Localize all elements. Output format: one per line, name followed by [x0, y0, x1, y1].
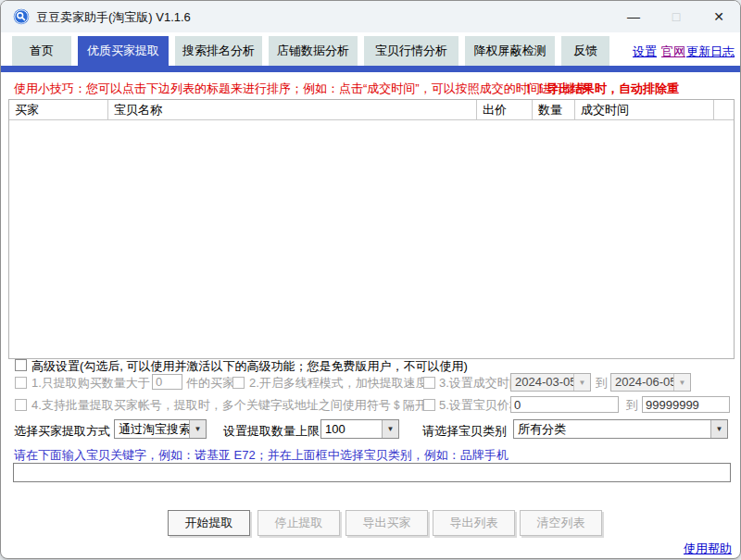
results-table-body	[9, 120, 734, 358]
tab-search-rank-analysis[interactable]: 搜索排名分析	[175, 36, 262, 66]
link-settings[interactable]: 设置	[633, 44, 657, 60]
tab-demotion-block-check[interactable]: 降权屏蔽检测	[465, 36, 555, 66]
extract-limit-label: 设置提取数量上限	[223, 423, 320, 440]
export-list-button[interactable]: 导出列表	[433, 510, 515, 536]
chevron-down-icon: ▼	[673, 374, 690, 391]
extract-limit-value: 100	[321, 420, 382, 438]
category-label: 请选择宝贝类别	[422, 423, 507, 440]
price-range-checkbox[interactable]	[423, 399, 435, 411]
price-to-connector-label: 到	[626, 397, 638, 414]
results-table-header: 买家 宝贝名称 出价 数量 成交时间	[9, 100, 734, 120]
app-window: 豆豆卖家助手(淘宝版) V1.1.6 — □ ✕ 首页 优质买家提取 搜索排名分…	[0, 0, 741, 559]
price-min-input[interactable]	[510, 396, 619, 413]
tab-shop-data-analysis[interactable]: 店铺数据分析	[269, 36, 358, 66]
column-header-item-name[interactable]: 宝贝名称	[108, 100, 477, 119]
multithread-label: 2.开启多线程模式，加快提取速度	[249, 375, 428, 392]
column-header-deal-time[interactable]: 成交时间	[575, 100, 714, 119]
help-link[interactable]: 使用帮助	[684, 541, 732, 557]
tab-home[interactable]: 首页	[12, 36, 71, 66]
extract-method-label: 选择买家提取方式	[14, 423, 110, 440]
date-to-connector-label: 到	[596, 375, 608, 392]
category-dropdown[interactable]: 所有分类 ▼	[513, 419, 728, 439]
date-to-dropdown[interactable]: 2024-06-05 ▼	[610, 373, 691, 392]
multithread-checkbox[interactable]	[232, 377, 245, 389]
start-extract-button[interactable]: 开始提取	[168, 510, 250, 536]
clear-list-button[interactable]: 清空列表	[520, 510, 602, 536]
chevron-down-icon: ▼	[382, 420, 398, 438]
window-title: 豆豆卖家助手(淘宝版) V1.1.6	[36, 9, 191, 26]
maximize-button[interactable]: □	[655, 1, 697, 32]
column-header-spacer	[714, 100, 734, 119]
stop-extract-button[interactable]: 停止提取	[257, 510, 340, 536]
link-changelog[interactable]: 更新日志	[686, 44, 735, 60]
chevron-down-icon: ▼	[189, 420, 206, 438]
column-header-bid-price[interactable]: 出价	[477, 100, 533, 119]
advanced-settings-label: 高级设置(勾选后, 可以使用并激活以下的高级功能；您是免费版用户，不可以使用)	[31, 358, 468, 375]
tab-quality-buyer-extract[interactable]: 优质买家提取	[78, 36, 169, 66]
usage-tip-text: 使用小技巧：您可以点击下边列表的标题来进行排序；例如：点击“成交时间”，可以按照…	[14, 81, 588, 97]
date-to-value: 2024-06-05	[611, 374, 673, 391]
deal-time-range-checkbox[interactable]	[423, 377, 435, 389]
minimize-button[interactable]: —	[612, 1, 655, 32]
price-max-input[interactable]	[642, 396, 730, 413]
min-quantity-input[interactable]	[152, 374, 182, 390]
link-official-site[interactable]: 官网	[661, 44, 685, 60]
title-bar: 豆豆卖家助手(淘宝版) V1.1.6 — □ ✕	[1, 1, 740, 32]
batch-extract-checkbox[interactable]	[15, 399, 27, 411]
min-quantity-label-suffix: 件的买家	[186, 375, 234, 392]
close-button[interactable]: ✕	[697, 1, 740, 32]
export-dedup-warning-text: ！！导出结果时，自动排除重	[522, 81, 679, 97]
extract-method-dropdown[interactable]: 通过淘宝搜索 ▼	[114, 419, 207, 439]
tab-item-market-analysis[interactable]: 宝贝行情分析	[364, 36, 458, 66]
window-controls: — □ ✕	[612, 1, 740, 32]
keyword-input[interactable]	[13, 463, 731, 482]
min-quantity-checkbox[interactable]	[15, 377, 27, 389]
keyword-hint-text: 请在下面输入宝贝关键字，例如：诺基亚 E72；并在上面框中选择宝贝类别，例如：品…	[14, 447, 509, 464]
tab-feedback[interactable]: 反馈	[561, 36, 609, 66]
category-value: 所有分类	[514, 420, 710, 438]
app-logo-icon	[13, 8, 30, 25]
extract-limit-dropdown[interactable]: 100 ▼	[320, 419, 399, 439]
accent-bar	[1, 66, 740, 72]
advanced-settings-checkbox[interactable]	[15, 359, 27, 371]
extract-method-value: 通过淘宝搜索	[115, 420, 189, 438]
date-from-value: 2024-03-05	[511, 374, 573, 391]
column-header-quantity[interactable]: 数量	[533, 100, 575, 119]
chevron-down-icon: ▼	[710, 420, 727, 438]
column-header-buyer[interactable]: 买家	[9, 100, 108, 119]
export-buyers-button[interactable]: 导出买家	[345, 510, 428, 536]
batch-extract-label: 4.支持批量提取买家帐号，提取时，多个关键字或地址之间使用符号＄隔开	[31, 397, 427, 414]
results-table: 买家 宝贝名称 出价 数量 成交时间	[8, 99, 735, 359]
date-from-dropdown[interactable]: 2024-03-05 ▼	[510, 373, 591, 392]
min-quantity-label-prefix: 1.只提取购买数量大于	[31, 375, 150, 392]
chevron-down-icon: ▼	[573, 374, 590, 391]
